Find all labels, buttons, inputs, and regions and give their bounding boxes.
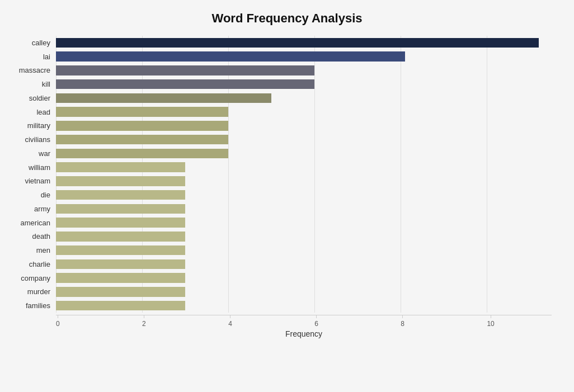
bar-row: death bbox=[56, 230, 552, 244]
bar-track bbox=[56, 149, 552, 158]
bar-fill bbox=[56, 190, 185, 200]
bar-label: military bbox=[6, 121, 56, 130]
x-tick-label: 10 bbox=[487, 320, 494, 328]
bar-fill bbox=[56, 121, 228, 130]
bar-fill bbox=[56, 79, 314, 89]
bar-track bbox=[56, 301, 552, 310]
x-axis: 0246810 Frequency bbox=[56, 315, 552, 338]
bar-fill bbox=[56, 135, 228, 144]
x-tick: 4 bbox=[228, 315, 232, 328]
bar-row: die bbox=[56, 188, 552, 202]
bar-row: kill bbox=[56, 77, 552, 91]
bar-track bbox=[56, 107, 552, 116]
x-tick-line bbox=[316, 315, 317, 318]
bar-label: lead bbox=[6, 108, 56, 116]
bar-row: massacre bbox=[56, 64, 552, 78]
bar-track bbox=[56, 232, 552, 241]
bar-fill bbox=[56, 245, 185, 255]
bar-label: lai bbox=[6, 53, 56, 61]
bar-fill bbox=[56, 38, 539, 48]
bar-fill bbox=[56, 204, 185, 214]
bar-track bbox=[56, 190, 552, 200]
bar-fill bbox=[56, 259, 185, 269]
x-tick: 8 bbox=[401, 315, 404, 328]
bar-fill bbox=[56, 301, 185, 310]
bar-track bbox=[56, 121, 552, 130]
bar-row: company bbox=[56, 271, 552, 285]
bar-row: charlie bbox=[56, 257, 552, 271]
bar-label: calley bbox=[6, 39, 56, 47]
bar-fill bbox=[56, 162, 185, 172]
bar-track bbox=[56, 38, 552, 48]
bar-row: william bbox=[56, 160, 552, 174]
bar-fill bbox=[56, 273, 185, 282]
chart-area: calleylaimassacrekillsoldierleadmilitary… bbox=[56, 36, 552, 338]
x-tick-label: 2 bbox=[142, 320, 146, 328]
bars-section: calleylaimassacrekillsoldierleadmilitary… bbox=[56, 36, 552, 313]
bar-fill bbox=[56, 107, 228, 116]
bar-fill bbox=[56, 149, 228, 158]
bar-row: families bbox=[56, 299, 552, 313]
x-tick-line bbox=[402, 315, 403, 318]
bar-label: death bbox=[6, 232, 56, 240]
x-tick-label: 6 bbox=[314, 320, 318, 328]
x-tick-line bbox=[230, 315, 230, 318]
x-tick: 10 bbox=[487, 315, 494, 328]
bar-fill bbox=[56, 176, 185, 186]
bar-track bbox=[56, 204, 552, 214]
bar-fill bbox=[56, 51, 405, 61]
bar-row: american bbox=[56, 216, 552, 230]
bar-row: civilians bbox=[56, 133, 552, 147]
chart-container: Word Frequency Analysis calleylaimassacr… bbox=[0, 0, 574, 392]
bar-track bbox=[56, 287, 552, 296]
x-tick: 2 bbox=[142, 315, 146, 328]
bar-fill bbox=[56, 65, 314, 75]
bar-fill bbox=[56, 93, 271, 103]
bar-track bbox=[56, 273, 552, 282]
bar-label: murder bbox=[6, 287, 56, 296]
x-tick-line bbox=[144, 315, 144, 318]
bar-track bbox=[56, 135, 552, 144]
bar-track bbox=[56, 218, 552, 227]
bar-track bbox=[56, 79, 552, 89]
x-tick: 6 bbox=[314, 315, 318, 328]
bar-label: charlie bbox=[6, 260, 56, 268]
bar-label: kill bbox=[6, 80, 56, 88]
bar-row: army bbox=[56, 202, 552, 216]
bar-row: murder bbox=[56, 285, 552, 299]
bar-label: vietnam bbox=[6, 177, 56, 185]
bar-track bbox=[56, 93, 552, 103]
x-tick-label: 4 bbox=[228, 320, 232, 328]
bar-fill bbox=[56, 232, 185, 241]
x-tick-label: 0 bbox=[56, 320, 60, 328]
bar-label: american bbox=[6, 219, 56, 227]
bar-fill bbox=[56, 287, 185, 296]
bar-row: military bbox=[56, 119, 552, 133]
bar-label: company bbox=[6, 274, 56, 282]
bar-label: soldier bbox=[6, 94, 56, 102]
bar-track bbox=[56, 65, 552, 75]
bar-label: army bbox=[6, 205, 56, 213]
bar-row: lai bbox=[56, 50, 552, 64]
bar-fill bbox=[56, 218, 185, 227]
x-tick-label: 8 bbox=[401, 320, 404, 328]
bar-row: calley bbox=[56, 36, 552, 50]
chart-title: Word Frequency Analysis bbox=[22, 11, 552, 26]
x-axis-label: Frequency bbox=[56, 329, 552, 338]
bar-row: lead bbox=[56, 105, 552, 119]
bar-label: civilians bbox=[6, 135, 56, 144]
bar-label: die bbox=[6, 191, 56, 199]
bar-track bbox=[56, 51, 552, 61]
x-tick-line bbox=[491, 315, 491, 318]
bar-label: men bbox=[6, 246, 56, 254]
x-tick-line bbox=[58, 315, 58, 318]
bar-label: william bbox=[6, 163, 56, 172]
x-tick: 0 bbox=[56, 315, 60, 328]
bar-track bbox=[56, 245, 552, 255]
bar-track bbox=[56, 162, 552, 172]
bar-label: massacre bbox=[6, 66, 56, 74]
bar-row: vietnam bbox=[56, 174, 552, 188]
bar-row: men bbox=[56, 243, 552, 257]
bar-row: soldier bbox=[56, 91, 552, 105]
bar-label: families bbox=[6, 301, 56, 310]
